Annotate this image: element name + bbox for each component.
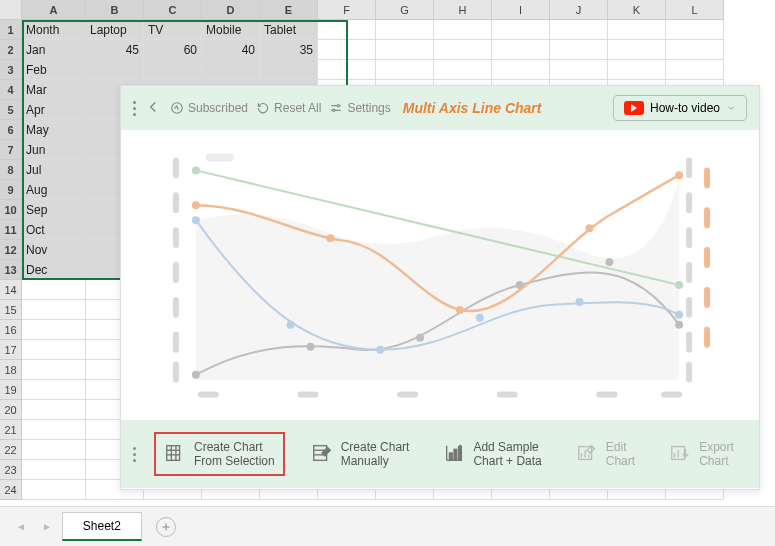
tab-next-icon[interactable]: ►: [36, 517, 58, 536]
cell[interactable]: [22, 300, 86, 320]
sheet-tab[interactable]: Sheet2: [62, 512, 142, 541]
cell[interactable]: 45: [86, 40, 144, 60]
cell[interactable]: Mobile: [202, 20, 260, 40]
cell[interactable]: Jul: [22, 160, 86, 180]
cell[interactable]: [22, 400, 86, 420]
cell[interactable]: 35: [260, 40, 318, 60]
row-header[interactable]: 3: [0, 60, 22, 80]
column-header[interactable]: J: [550, 0, 608, 20]
row-header[interactable]: 1: [0, 20, 22, 40]
cell[interactable]: Feb: [22, 60, 86, 80]
column-header[interactable]: D: [202, 0, 260, 20]
cell[interactable]: Apr: [22, 100, 86, 120]
cell[interactable]: Mar: [22, 80, 86, 100]
cell[interactable]: Aug: [22, 180, 86, 200]
export-chart-button[interactable]: ExportChart: [661, 434, 742, 475]
cell[interactable]: [666, 60, 724, 80]
add-sample-button[interactable]: Add SampleChart + Data: [435, 434, 549, 475]
row-header[interactable]: 17: [0, 340, 22, 360]
reset-button[interactable]: Reset All: [256, 101, 321, 115]
cell[interactable]: TV: [144, 20, 202, 40]
cell[interactable]: [22, 280, 86, 300]
cell[interactable]: [376, 40, 434, 60]
cell[interactable]: Nov: [22, 240, 86, 260]
row-header[interactable]: 10: [0, 200, 22, 220]
row-header[interactable]: 15: [0, 300, 22, 320]
row-header[interactable]: 2: [0, 40, 22, 60]
cell[interactable]: Sep: [22, 200, 86, 220]
cell[interactable]: Jun: [22, 140, 86, 160]
row-header[interactable]: 13: [0, 260, 22, 280]
cell[interactable]: [666, 20, 724, 40]
row-header[interactable]: 6: [0, 120, 22, 140]
cell[interactable]: [22, 360, 86, 380]
cell[interactable]: [550, 60, 608, 80]
select-all-corner[interactable]: [0, 0, 22, 20]
cell[interactable]: [376, 60, 434, 80]
column-header[interactable]: I: [492, 0, 550, 20]
cell[interactable]: 60: [144, 40, 202, 60]
cell[interactable]: [434, 20, 492, 40]
column-header[interactable]: B: [86, 0, 144, 20]
cell[interactable]: 40: [202, 40, 260, 60]
row-header[interactable]: 9: [0, 180, 22, 200]
row-header[interactable]: 4: [0, 80, 22, 100]
tab-prev-icon[interactable]: ◄: [10, 517, 32, 536]
add-sheet-button[interactable]: [156, 517, 176, 537]
row-header[interactable]: 16: [0, 320, 22, 340]
cell[interactable]: [376, 20, 434, 40]
create-chart-manually-button[interactable]: Create ChartManually: [303, 434, 418, 475]
create-chart-from-selection-button[interactable]: Create ChartFrom Selection: [154, 432, 285, 477]
cell[interactable]: Laptop: [86, 20, 144, 40]
column-header[interactable]: C: [144, 0, 202, 20]
cell[interactable]: Oct: [22, 220, 86, 240]
cell[interactable]: [434, 60, 492, 80]
row-header[interactable]: 24: [0, 480, 22, 500]
column-header[interactable]: H: [434, 0, 492, 20]
cell[interactable]: [318, 20, 376, 40]
cell[interactable]: Dec: [22, 260, 86, 280]
cell[interactable]: [22, 480, 86, 500]
row-header[interactable]: 14: [0, 280, 22, 300]
cell[interactable]: [608, 40, 666, 60]
cell[interactable]: [202, 60, 260, 80]
cell[interactable]: Tablet: [260, 20, 318, 40]
edit-chart-button[interactable]: EditChart: [568, 434, 643, 475]
cell[interactable]: [550, 40, 608, 60]
column-header[interactable]: L: [666, 0, 724, 20]
settings-button[interactable]: Settings: [329, 101, 390, 115]
cell[interactable]: [608, 60, 666, 80]
cell[interactable]: [318, 40, 376, 60]
cell[interactable]: [492, 40, 550, 60]
cell[interactable]: [22, 320, 86, 340]
cell[interactable]: [666, 40, 724, 60]
cell[interactable]: [22, 380, 86, 400]
row-header[interactable]: 18: [0, 360, 22, 380]
cell[interactable]: [22, 460, 86, 480]
cell[interactable]: [608, 20, 666, 40]
cell[interactable]: [550, 20, 608, 40]
cell[interactable]: [492, 20, 550, 40]
cell[interactable]: May: [22, 120, 86, 140]
cell[interactable]: [492, 60, 550, 80]
column-header[interactable]: A: [22, 0, 86, 20]
row-header[interactable]: 8: [0, 160, 22, 180]
row-header[interactable]: 12: [0, 240, 22, 260]
column-header[interactable]: E: [260, 0, 318, 20]
column-header[interactable]: G: [376, 0, 434, 20]
cell[interactable]: [434, 40, 492, 60]
back-arrow-icon[interactable]: [144, 98, 162, 119]
row-header[interactable]: 23: [0, 460, 22, 480]
column-header[interactable]: K: [608, 0, 666, 20]
cell[interactable]: Jan: [22, 40, 86, 60]
row-header[interactable]: 20: [0, 400, 22, 420]
column-header[interactable]: F: [318, 0, 376, 20]
cell[interactable]: [144, 60, 202, 80]
row-header[interactable]: 22: [0, 440, 22, 460]
cell[interactable]: [86, 60, 144, 80]
actions-menu-dots-icon[interactable]: [133, 447, 136, 462]
row-header[interactable]: 7: [0, 140, 22, 160]
cell[interactable]: [260, 60, 318, 80]
row-header[interactable]: 21: [0, 420, 22, 440]
subscribed-button[interactable]: Subscribed: [170, 101, 248, 115]
